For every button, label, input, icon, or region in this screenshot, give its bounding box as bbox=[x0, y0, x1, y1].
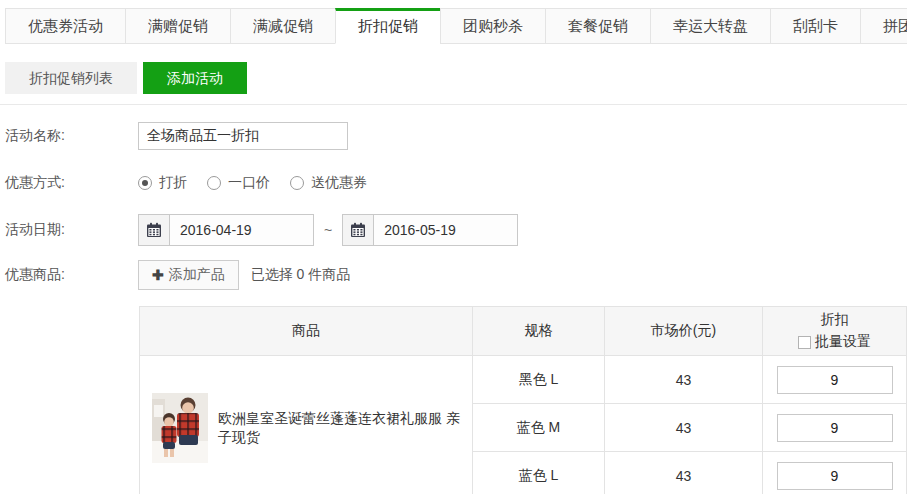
col-header-discount: 折扣 批量设置 bbox=[763, 307, 907, 356]
end-date-input[interactable] bbox=[374, 222, 504, 238]
activity-date-label: 活动日期: bbox=[5, 221, 138, 239]
radio-unselected-icon bbox=[290, 176, 304, 190]
market-price-cell: 43 bbox=[605, 356, 763, 404]
radio-selected-icon bbox=[138, 176, 152, 190]
discount-promotion-page: 优惠券活动 满赠促销 满减促销 折扣促销 团购秒杀 套餐促销 幸运大转盘 刮刮卡… bbox=[0, 8, 907, 494]
discount-header-label: 折扣 bbox=[821, 311, 849, 329]
selected-count-text: 已选择 0 件商品 bbox=[251, 266, 351, 284]
add-activity-tab[interactable]: 添加活动 bbox=[143, 62, 247, 94]
tab-coupon-activity[interactable]: 优惠券活动 bbox=[5, 8, 126, 44]
batch-set-label: 批量设置 bbox=[815, 333, 871, 351]
sub-nav: 折扣促销列表 添加活动 bbox=[5, 62, 907, 94]
product-title: 欧洲皇室圣诞蕾丝蓬蓬连衣裙礼服服 亲子现货 bbox=[218, 409, 466, 447]
radio-unselected-icon bbox=[207, 176, 221, 190]
discount-input[interactable] bbox=[777, 414, 893, 442]
tab-pintuan-seckill[interactable]: 拼团秒杀 bbox=[860, 8, 907, 44]
calendar-icon[interactable] bbox=[343, 215, 374, 245]
radio-option-songyouhuiquan[interactable]: 送优惠券 bbox=[290, 174, 367, 192]
table-header-row: 商品 规格 市场价(元) 折扣 批量设置 bbox=[140, 307, 907, 356]
batch-set-checkbox[interactable] bbox=[798, 336, 811, 349]
col-header-product: 商品 bbox=[140, 307, 473, 356]
radio-option-yikoujia[interactable]: 一口价 bbox=[207, 174, 270, 192]
col-header-market-price: 市场价(元) bbox=[605, 307, 763, 356]
radio-option-label: 打折 bbox=[159, 174, 187, 192]
activity-name-input[interactable] bbox=[138, 122, 348, 150]
spec-cell: 黑色 L bbox=[473, 356, 605, 404]
activity-form: 活动名称: 优惠方式: 打折 一口价 送优惠券 活动日期: bbox=[0, 122, 907, 290]
tab-discount-promo[interactable]: 折扣促销 bbox=[335, 8, 441, 44]
tab-full-reduction-promo[interactable]: 满减促销 bbox=[230, 8, 336, 44]
product-cell: 欧洲皇室圣诞蕾丝蓬蓬连衣裙礼服服 亲子现货 bbox=[140, 356, 473, 494]
calendar-icon[interactable] bbox=[139, 215, 170, 245]
table-row: 欧洲皇室圣诞蕾丝蓬蓬连衣裙礼服服 亲子现货 黑色 L 43 bbox=[140, 356, 907, 404]
promo-products-row: 优惠商品: ✚ 添加产品 已选择 0 件商品 bbox=[5, 260, 907, 290]
radio-option-label: 一口价 bbox=[228, 174, 270, 192]
discount-cell bbox=[763, 452, 907, 494]
discount-list-tab[interactable]: 折扣促销列表 bbox=[5, 62, 137, 94]
tab-package-promo[interactable]: 套餐促销 bbox=[545, 8, 651, 44]
activity-name-row: 活动名称: bbox=[5, 122, 907, 150]
spec-cell: 蓝色 L bbox=[473, 452, 605, 494]
discount-input[interactable] bbox=[777, 462, 893, 490]
plus-icon: ✚ bbox=[152, 267, 164, 283]
spec-cell: 蓝色 M bbox=[473, 404, 605, 452]
add-product-button-label: 添加产品 bbox=[169, 266, 225, 284]
promo-products-label: 优惠商品: bbox=[5, 266, 138, 284]
discount-method-label: 优惠方式: bbox=[5, 174, 138, 192]
end-date-group bbox=[342, 214, 518, 246]
radio-option-label: 送优惠券 bbox=[311, 174, 367, 192]
discount-cell bbox=[763, 356, 907, 404]
product-image bbox=[152, 393, 208, 463]
activity-name-label: 活动名称: bbox=[5, 127, 138, 145]
tab-group-seckill[interactable]: 团购秒杀 bbox=[440, 8, 546, 44]
col-header-spec: 规格 bbox=[473, 307, 605, 356]
tab-lucky-wheel[interactable]: 幸运大转盘 bbox=[650, 8, 771, 44]
tab-full-gift-promo[interactable]: 满赠促销 bbox=[125, 8, 231, 44]
promo-products-table: 商品 规格 市场价(元) 折扣 批量设置 bbox=[139, 306, 907, 494]
add-product-button[interactable]: ✚ 添加产品 bbox=[138, 260, 239, 290]
market-price-cell: 43 bbox=[605, 452, 763, 494]
radio-option-dazhe[interactable]: 打折 bbox=[138, 174, 187, 192]
discount-cell bbox=[763, 404, 907, 452]
discount-method-row: 优惠方式: 打折 一口价 送优惠券 bbox=[5, 174, 907, 192]
start-date-input[interactable] bbox=[170, 222, 300, 238]
section-divider bbox=[0, 104, 907, 105]
date-range-separator: ~ bbox=[324, 222, 332, 238]
batch-set-control[interactable]: 批量设置 bbox=[798, 333, 871, 351]
discount-input[interactable] bbox=[777, 366, 893, 394]
market-price-cell: 43 bbox=[605, 404, 763, 452]
tab-scratch-card[interactable]: 刮刮卡 bbox=[770, 8, 861, 44]
promo-tab-bar: 优惠券活动 满赠促销 满减促销 折扣促销 团购秒杀 套餐促销 幸运大转盘 刮刮卡… bbox=[0, 8, 907, 44]
activity-date-row: 活动日期: ~ bbox=[5, 214, 907, 246]
start-date-group bbox=[138, 214, 314, 246]
